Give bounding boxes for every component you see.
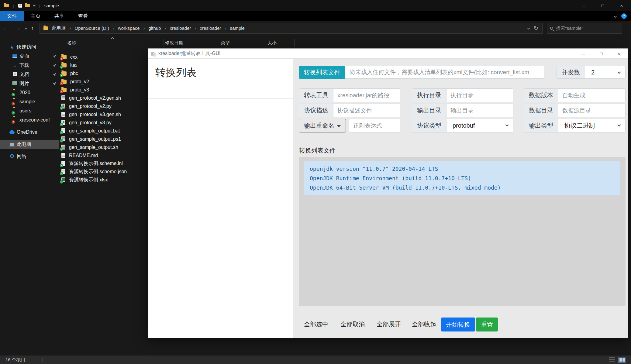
maximize-button[interactable]: □	[593, 0, 612, 11]
breadcrumb-item[interactable]: github	[147, 26, 162, 31]
minimize-button[interactable]: –	[574, 0, 593, 11]
column-divider[interactable]	[164, 39, 164, 47]
file-row[interactable]: lua	[61, 61, 147, 69]
reset-button[interactable]: 重置	[476, 318, 498, 331]
concurrency-select[interactable]: 2	[585, 66, 625, 78]
address-dropdown-icon[interactable]	[527, 27, 529, 29]
breadcrumb-separator-icon: ›	[222, 26, 229, 31]
file-name: 资源转换示例.xlsx	[69, 177, 108, 183]
close-button[interactable]: ×	[610, 51, 628, 56]
desktop-icon	[12, 54, 17, 58]
deselect-all-button[interactable]: 全部取消	[340, 320, 365, 328]
breadcrumb-item[interactable]: 此电脑	[51, 25, 67, 31]
file-row[interactable]: gen_sample_output.ps1	[61, 135, 147, 143]
exec-dir-input[interactable]	[447, 89, 513, 102]
sidebar-item-users[interactable]: users	[0, 106, 59, 115]
file-row[interactable]: gen_protocol_v3.py	[61, 118, 147, 127]
sidebar-item-quick-access[interactable]: ★ 快速访问	[0, 43, 59, 52]
file-row[interactable]: proto_v3	[61, 86, 147, 94]
tab-file[interactable]: 文件	[0, 11, 24, 21]
recent-locations-icon[interactable]	[25, 27, 27, 29]
sidebar-item-this-pc[interactable]: 此电脑	[0, 140, 59, 149]
data-dir-input[interactable]	[558, 104, 625, 117]
close-button[interactable]: ×	[612, 0, 631, 11]
tab-share[interactable]: 共享	[47, 11, 71, 21]
file-row[interactable]: cxx	[61, 53, 147, 61]
search-input[interactable]	[556, 26, 614, 31]
details-view-icon[interactable]	[609, 357, 615, 362]
up-icon[interactable]: ↑	[31, 25, 34, 32]
new-folder-icon[interactable]	[25, 4, 30, 7]
sidebar-item-network[interactable]: 网络	[0, 152, 59, 161]
column-divider[interactable]	[294, 39, 295, 47]
breadcrumb-item[interactable]: xresloader	[199, 26, 222, 31]
sidebar-item-pictures[interactable]: 图片	[0, 79, 59, 88]
proto-type-select[interactable]: protobuf	[447, 119, 513, 132]
file-row[interactable]: proto_v2	[61, 77, 147, 86]
rename-dropdown-button[interactable]: 输出重命名	[299, 119, 346, 132]
select-all-button[interactable]: 全部选中	[304, 320, 328, 328]
tab-home[interactable]: 主页	[24, 11, 47, 21]
file-name: proto_v2	[70, 79, 89, 84]
collapse-all-button[interactable]: 全部收起	[412, 320, 436, 328]
jar-path-input[interactable]	[333, 89, 400, 102]
file-name: lua	[70, 63, 77, 68]
file-row[interactable]: gen_sample_output.sh	[61, 143, 147, 151]
breadcrumb-item[interactable]: OpenSource (D:)	[74, 26, 110, 31]
quick-access-toolbar-chevron-icon[interactable]	[33, 4, 36, 6]
log-line: openjdk version "11.0.7" 2020-04-14 LTS	[310, 164, 615, 173]
sidebar-item-documents[interactable]: 文档	[0, 70, 59, 79]
column-header-name[interactable]: 名称	[67, 38, 76, 47]
sidebar-item-desktop[interactable]: 桌面	[0, 52, 59, 61]
breadcrumb-item[interactable]: sample	[229, 26, 246, 31]
back-icon[interactable]: ←	[3, 25, 9, 32]
sidebar-item-sample[interactable]: sample	[0, 97, 59, 106]
file-row[interactable]: README.md	[61, 151, 147, 160]
file-row[interactable]: 资源转换示例.xlsx	[61, 176, 147, 184]
file-row[interactable]: gen_protocol_v2.gen.sh	[61, 94, 147, 102]
address-bar[interactable]: 此电脑 › OpenSource (D:) › workspace › gith…	[40, 23, 543, 34]
thumbnail-view-icon[interactable]	[618, 357, 626, 363]
folder-ok-icon	[61, 63, 67, 67]
column-divider[interactable]	[218, 39, 218, 47]
ribbon-expand-icon[interactable]	[613, 14, 617, 18]
tab-view[interactable]: 查看	[71, 11, 95, 21]
sidebar-item-onedrive[interactable]: OneDrive	[0, 128, 59, 137]
file-name: 资源转换示例.scheme.ini	[69, 160, 123, 167]
output-type-select[interactable]: 协议二进制	[558, 119, 625, 132]
properties-check-icon[interactable]	[18, 4, 22, 8]
file-row[interactable]: 资源转换示例.scheme.ini	[61, 160, 147, 168]
sidebar-item-xresconv-conf[interactable]: xresconv-conf	[0, 115, 59, 125]
file-row[interactable]: gen_sample_output.bat	[61, 127, 147, 135]
sidebar-item-downloads[interactable]: ↓ 下载	[0, 61, 59, 70]
check-badge-icon	[12, 111, 15, 115]
file-row[interactable]: gen_protocol_v2.py	[61, 102, 147, 110]
refresh-icon[interactable]: ↻	[534, 25, 539, 32]
file-row[interactable]: 资源转换示例.scheme.json	[61, 168, 147, 176]
sidebar-item-2020[interactable]: 2020	[0, 88, 59, 97]
data-version-input[interactable]	[558, 89, 625, 102]
column-divider[interactable]	[265, 39, 265, 47]
output-type-value: 协议二进制	[564, 122, 595, 130]
load-convert-list-button[interactable]: 转换列表文件	[299, 66, 345, 79]
file-row[interactable]: gen_protocol_v3.gen.sh	[61, 110, 147, 118]
breadcrumb-item[interactable]: xresloader	[168, 26, 192, 31]
regex-input[interactable]	[349, 119, 400, 132]
minimize-button[interactable]: –	[575, 51, 592, 56]
column-header-type[interactable]: 类型	[221, 38, 230, 47]
column-header-date[interactable]: 修改日期	[165, 38, 183, 47]
check-badge-icon	[60, 74, 63, 77]
field-exec-dir: 执行目录	[412, 88, 513, 102]
breadcrumb-item[interactable]: workspace	[117, 26, 141, 31]
shell-script-icon	[61, 95, 65, 100]
forward-icon[interactable]: →	[15, 25, 21, 32]
proto-desc-input[interactable]	[333, 104, 400, 117]
expand-all-button[interactable]: 全部展开	[377, 320, 401, 328]
start-convert-button[interactable]: 开始转换	[441, 318, 475, 331]
help-icon[interactable]: ?	[621, 13, 627, 19]
output-dir-input[interactable]	[447, 104, 513, 117]
convert-list-file-input[interactable]	[345, 66, 544, 79]
file-row[interactable]: pbc	[61, 69, 147, 77]
maximize-button[interactable]: □	[592, 51, 610, 56]
column-header-size[interactable]: 大小	[267, 38, 277, 47]
